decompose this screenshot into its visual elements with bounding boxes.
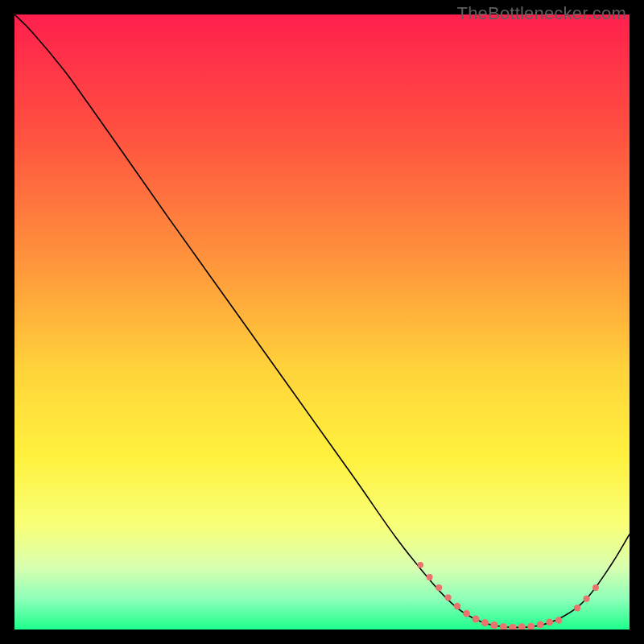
curve-marker: [546, 618, 553, 625]
curve-marker: [417, 562, 423, 568]
curve-marker: [592, 584, 599, 591]
curve-marker: [490, 621, 497, 629]
curve-marker: [463, 610, 470, 617]
curve-marker: [427, 574, 433, 580]
gradient-background: [14, 14, 630, 630]
curve-marker: [436, 584, 442, 591]
curve-marker: [583, 596, 589, 602]
chart-frame: [14, 14, 630, 630]
curve-marker: [444, 594, 451, 601]
curve-marker: [555, 617, 562, 623]
bottleneck-chart: [14, 14, 630, 630]
curve-marker: [473, 616, 480, 623]
curve-marker: [454, 603, 460, 609]
curve-marker: [537, 621, 544, 628]
watermark-text: TheBottlenecker.com: [457, 3, 626, 24]
curve-marker: [574, 605, 580, 611]
curve-marker: [481, 619, 489, 626]
